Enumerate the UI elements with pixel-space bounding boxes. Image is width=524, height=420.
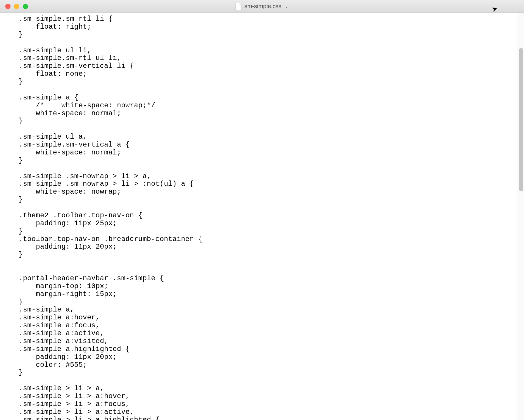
editor-window: sm-simple.css ⌄ ➤ .sm-simple.sm-rtl li {… — [0, 0, 524, 420]
scrollbar-thumb[interactable] — [519, 48, 523, 191]
zoom-button[interactable] — [23, 4, 28, 9]
traffic-lights — [0, 4, 28, 9]
close-button[interactable] — [5, 4, 11, 9]
title-dropdown[interactable]: sm-simple.css ⌄ — [236, 3, 289, 10]
titlebar[interactable]: sm-simple.css ⌄ ➤ — [0, 0, 524, 13]
vertical-scrollbar[interactable] — [518, 13, 524, 420]
window-title: sm-simple.css — [244, 3, 282, 10]
minimize-button[interactable] — [14, 4, 19, 9]
document-icon — [236, 3, 242, 10]
cursor-arrow-icon: ➤ — [491, 4, 499, 13]
code-editor[interactable]: .sm-simple.sm-rtl li { float: right; } .… — [0, 13, 518, 420]
chevron-down-icon: ⌄ — [285, 4, 288, 9]
content-area: .sm-simple.sm-rtl li { float: right; } .… — [0, 13, 524, 420]
